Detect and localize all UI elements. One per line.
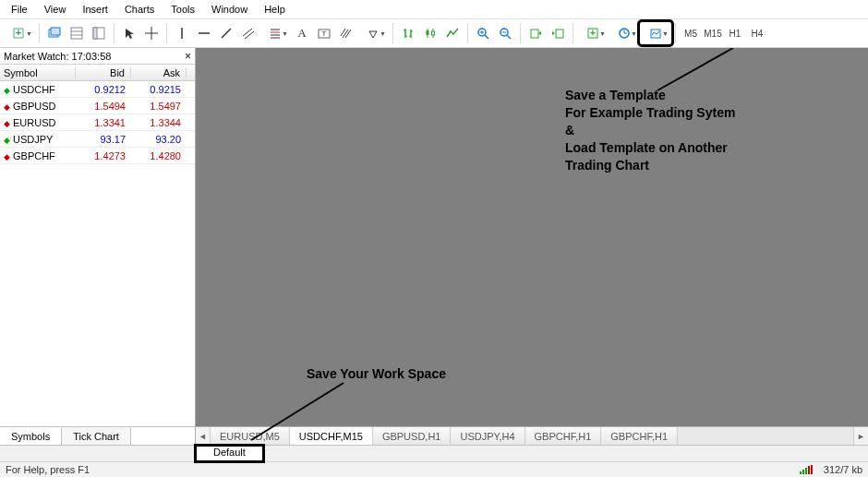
svg-rect-8	[93, 28, 97, 39]
direction-icon	[4, 84, 10, 95]
chart-shift-button[interactable]	[547, 22, 569, 44]
market-watch-row[interactable]: GBPUSD1.54941.5497	[0, 98, 195, 114]
svg-rect-43	[556, 30, 563, 38]
trendline-button[interactable]	[215, 22, 237, 44]
svg-line-23	[345, 30, 351, 38]
col-ask[interactable]: Ask	[131, 67, 187, 78]
andrews-pitchfork-button[interactable]	[335, 22, 357, 44]
symbol-name: USDCHF	[13, 84, 55, 95]
svg-line-36	[485, 35, 488, 39]
profiles-button[interactable]	[43, 22, 66, 44]
symbol-name: EURUSD	[13, 117, 55, 128]
templates-button[interactable]: ▼	[640, 22, 671, 44]
menu-file[interactable]: File	[4, 2, 35, 17]
svg-rect-32	[427, 30, 429, 35]
direction-icon	[4, 150, 10, 161]
bid-price: 0.9212	[76, 84, 131, 95]
candlestick-button[interactable]	[419, 22, 441, 44]
crosshair-button[interactable]	[140, 22, 163, 44]
timeframe-m15[interactable]: M15	[702, 26, 724, 42]
indicators-button[interactable]: +▼	[577, 22, 609, 44]
menu-view[interactable]: View	[37, 2, 74, 17]
direction-icon	[4, 101, 10, 112]
col-bid[interactable]: Bid	[76, 67, 131, 78]
market-watch-close[interactable]: ×	[185, 50, 191, 63]
svg-rect-42	[531, 30, 538, 38]
svg-text:+: +	[16, 27, 21, 38]
timeframe-h4[interactable]: H4	[746, 26, 768, 42]
menu-insert[interactable]: Insert	[75, 2, 115, 17]
navigator-toggle[interactable]	[88, 22, 110, 44]
market-watch-row[interactable]: USDJPY93.1793.20	[0, 131, 195, 148]
ask-price: 1.5497	[131, 101, 187, 112]
chart-area: Save a Template For Example Trading Syte…	[196, 48, 868, 445]
symbol-name: GBPCHF	[13, 150, 55, 161]
vertical-line-button[interactable]	[171, 22, 193, 44]
menubar: File View Insert Charts Tools Window Hel…	[0, 0, 868, 18]
svg-rect-3	[51, 28, 60, 35]
ask-price: 93.20	[131, 134, 187, 145]
menu-help[interactable]: Help	[257, 2, 293, 17]
svg-line-15	[245, 31, 254, 39]
market-watch-panel: Market Watch: 17:03:58 × Symbol Bid Ask …	[0, 48, 196, 445]
market-watch-row[interactable]: USDCHF0.92120.9215	[0, 81, 195, 98]
text-label-button[interactable]: A	[291, 22, 313, 44]
market-watch-titlebar: Market Watch: 17:03:58 ×	[0, 48, 195, 65]
svg-rect-34	[432, 31, 435, 35]
new-chart-button[interactable]: + ▼	[4, 22, 35, 44]
timeframe-h1[interactable]: H1	[724, 26, 746, 42]
svg-text:+: +	[590, 28, 596, 38]
market-watch-toggle[interactable]	[66, 22, 88, 44]
menu-charts[interactable]: Charts	[117, 2, 162, 17]
zoom-out-button[interactable]	[494, 22, 516, 44]
svg-line-22	[343, 30, 348, 38]
line-chart-button[interactable]	[441, 22, 464, 44]
col-symbol[interactable]: Symbol	[0, 67, 76, 78]
zoom-in-button[interactable]	[472, 22, 494, 44]
cursor-button[interactable]	[118, 22, 140, 44]
annotation-line-bottom	[251, 383, 344, 440]
svg-rect-4	[71, 28, 82, 39]
bid-price: 1.5494	[76, 101, 131, 112]
status-traffic: 312/7 kb	[824, 464, 862, 475]
horizontal-line-button[interactable]	[193, 22, 215, 44]
direction-icon	[4, 117, 10, 128]
ask-price: 0.9215	[131, 84, 187, 95]
svg-text:T: T	[322, 30, 327, 38]
workspace-tab-default[interactable]: Default	[196, 446, 263, 461]
auto-scroll-button[interactable]	[524, 22, 547, 44]
fibonacci-button[interactable]: ▼	[259, 22, 291, 44]
direction-icon	[4, 134, 10, 145]
tab-symbols[interactable]: Symbols	[0, 427, 62, 445]
symbol-name: GBPUSD	[13, 101, 55, 112]
chart-canvas[interactable]: Save a Template For Example Trading Syte…	[196, 48, 868, 426]
workspace-row: Default	[0, 445, 868, 461]
text-button[interactable]: T	[313, 22, 335, 44]
market-watch-title: Market Watch: 17:03:58	[4, 51, 111, 62]
periodicity-button[interactable]: ▼	[609, 22, 640, 44]
ask-price: 1.4280	[131, 150, 187, 161]
bid-price: 1.3341	[76, 117, 131, 128]
menu-tools[interactable]: Tools	[163, 2, 202, 17]
channel-button[interactable]	[237, 22, 259, 44]
timeframe-m5[interactable]: M5	[680, 26, 702, 42]
status-help: For Help, press F1	[6, 464, 90, 475]
svg-line-13	[222, 29, 231, 38]
bid-price: 1.4273	[76, 150, 131, 161]
status-bar: For Help, press F1 312/7 kb	[0, 461, 868, 477]
toolbar: + ▼ ▼ A T ▼ +▼ ▼ ▼ M5 M15 H1 H4	[0, 18, 868, 48]
ask-price: 1.3344	[131, 117, 187, 128]
market-watch-row[interactable]: EURUSD1.33411.3344	[0, 114, 195, 131]
tab-tick-chart[interactable]: Tick Chart	[62, 427, 131, 445]
bid-price: 93.17	[76, 134, 131, 145]
svg-line-40	[507, 35, 511, 39]
shapes-button[interactable]: ▼	[357, 22, 389, 44]
menu-window[interactable]: Window	[204, 2, 255, 17]
connection-icon	[800, 465, 813, 474]
symbol-name: USDJPY	[13, 134, 53, 145]
bar-chart-button[interactable]	[397, 22, 419, 44]
market-watch-row[interactable]: GBPCHF1.42731.4280	[0, 148, 195, 164]
svg-line-14	[243, 29, 252, 36]
